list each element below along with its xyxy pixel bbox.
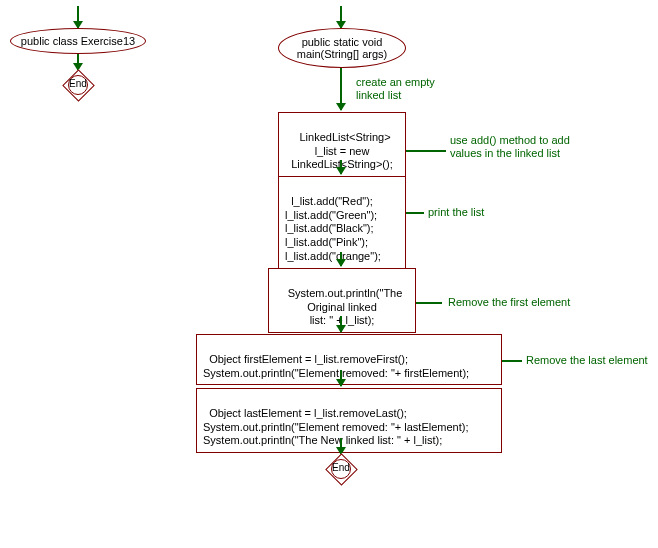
arrow-left-to-end xyxy=(77,54,79,70)
arrow-left-in xyxy=(77,6,79,28)
comment-remove-first: Remove the first element xyxy=(448,296,570,309)
node-remove-first-text: Object firstElement = l_list.removeFirst… xyxy=(203,353,469,379)
arrow-main-to-decl xyxy=(340,68,342,110)
node-add-text: l_list.add("Red"); l_list.add("Green"); … xyxy=(285,195,381,262)
arrow-first-to-last xyxy=(340,370,342,386)
end-left-label: End xyxy=(63,78,93,89)
end-left: End xyxy=(63,70,93,100)
comment-create: create an empty linked list xyxy=(356,76,435,102)
conn-add-comment xyxy=(406,150,446,152)
arrow-main-in xyxy=(340,6,342,28)
node-print: System.out.println("The Original linked … xyxy=(268,268,416,333)
main-decl-text: public static void main(String[] args) xyxy=(297,36,387,60)
class-decl-node: public class Exercise13 xyxy=(10,28,146,54)
conn-remove-first-comment xyxy=(416,302,442,304)
end-right: End xyxy=(326,454,356,484)
arrow-last-to-end xyxy=(340,438,342,454)
class-decl-text: public class Exercise13 xyxy=(21,35,135,47)
comment-remove-last: Remove the last element xyxy=(526,354,648,367)
arrow-print-to-first xyxy=(340,316,342,332)
node-print-text: System.out.println("The Original linked … xyxy=(288,287,403,327)
conn-print-comment xyxy=(406,212,424,214)
end-right-label: End xyxy=(326,462,356,473)
comment-print: print the list xyxy=(428,206,484,219)
node-decl-text: LinkedList<String> l_list = new LinkedLi… xyxy=(291,131,393,171)
node-add: l_list.add("Red"); l_list.add("Green"); … xyxy=(278,176,406,269)
main-decl-node: public static void main(String[] args) xyxy=(278,28,406,68)
node-remove-last-text: Object lastElement = l_list.removeLast()… xyxy=(203,407,469,447)
conn-remove-last-comment xyxy=(502,360,522,362)
node-remove-last: Object lastElement = l_list.removeLast()… xyxy=(196,388,502,453)
node-remove-first: Object firstElement = l_list.removeFirst… xyxy=(196,334,502,385)
arrow-add-to-print xyxy=(340,252,342,266)
comment-add: use add() method to add values in the li… xyxy=(450,134,570,160)
arrow-decl-to-add xyxy=(340,160,342,174)
